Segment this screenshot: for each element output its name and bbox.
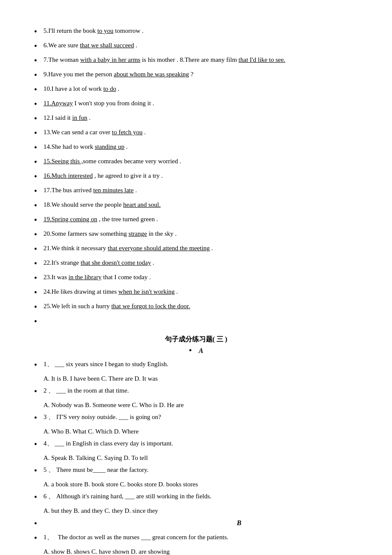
bullet-icon: • (34, 40, 42, 52)
list-item: • 6.We are sure that we shall succeed . (34, 40, 358, 52)
answer-line: A. show B. shows C. have shown D. are sh… (34, 546, 358, 555)
underline-text: about whom he was speaking (114, 71, 189, 78)
underline-text: to you (97, 27, 113, 34)
list-item: • 15.Seeing this ,some comrades became v… (34, 156, 358, 168)
underline-text: 19.Spring coming on (43, 216, 97, 223)
bullet-icon: • (34, 142, 42, 153)
part-a-title: A (199, 347, 203, 355)
list-item: • 1、 ___ six years since I began to stud… (34, 359, 358, 371)
bullet-icon: • (34, 199, 42, 211)
underline-text: strange (129, 230, 147, 237)
list-item: • 17.The bus arrived ten minutes late . (34, 185, 358, 197)
underline-text: to fetch you (112, 129, 143, 136)
list-item: • 12.I said it in fun . (34, 113, 358, 124)
bullet-icon: • (34, 127, 42, 139)
items-list: • 5.I'll return the book to you tomorrow… (34, 26, 358, 327)
underline-text: with a baby in her arms (80, 56, 140, 63)
underline-text: that I'd like to see. (239, 56, 285, 63)
list-item: • 9.Have you met the person about whom h… (34, 69, 358, 81)
underline-text: that everyone should attend the meeting (108, 245, 210, 251)
bullet-icon: • (34, 385, 42, 397)
list-item: • 4、 ___ in English in class every day i… (34, 438, 358, 450)
bullet-icon: • (34, 412, 42, 424)
list-item: • 24.He likes drawing at times when he i… (34, 286, 358, 298)
bullet-icon: • (34, 272, 42, 284)
list-item: • 18.We should serve the people heart an… (34, 199, 358, 211)
list-item: • 25.We left in such a hurry that we for… (34, 301, 358, 313)
list-item: • 13.We can send a car over to fetch you… (34, 127, 358, 139)
bullet-icon: • (34, 465, 42, 477)
list-item-empty: • (34, 315, 358, 327)
underline-text: in fun (72, 114, 87, 121)
list-item: • 1、 The doctor as well as the nurses __… (34, 532, 358, 544)
list-item: • 2 、 ___ in the room at that time. (34, 385, 358, 397)
list-item: • 7.The woman with a baby in her arms is… (34, 55, 358, 66)
main-content: • 5.I'll return the book to you tomorrow… (34, 26, 358, 555)
list-item: • 14.She had to work standing up . (34, 142, 358, 153)
bullet-icon: • (34, 228, 42, 240)
list-item: • 6 、 Although it's raining hard, ___ ar… (34, 491, 358, 503)
list-item: • 11.Anyway I won't stop you from doing … (34, 98, 358, 110)
bullet-icon: • (34, 301, 42, 313)
bullet-icon: • (34, 517, 42, 529)
bullet-icon: • (34, 214, 42, 226)
bullet-icon: • (34, 315, 42, 327)
bullet-icon: • (34, 359, 42, 371)
list-item: • 19.Spring coming on , the tree turned … (34, 214, 358, 226)
bullet-icon: • (34, 185, 42, 197)
bullet-icon: • (34, 532, 42, 544)
bullet-icon: • (34, 491, 42, 503)
answer-line: A. Who B. What C. Which D. Where (34, 426, 358, 436)
underline-text: that she doesn't come today (81, 259, 151, 266)
bullet-icon: • (34, 286, 42, 298)
list-item: • 16.Much interested , he agreed to give… (34, 171, 358, 182)
list-item: • 20.Some farmers saw something strange … (34, 228, 358, 240)
list-item: • 10.I have a lot of work to do . (34, 84, 358, 95)
bullet-center-icon: • (189, 346, 192, 356)
bullet-icon: • (34, 257, 42, 269)
bullet-icon: • (34, 438, 42, 450)
part-a-list: • 1、 ___ six years since I began to stud… (34, 359, 358, 555)
underline-text: standing up (95, 143, 124, 150)
underline-text: 16.Much interested (43, 172, 93, 179)
bullet-icon: • (34, 113, 42, 124)
bullet-icon: • (34, 69, 42, 81)
list-item: • 3 、 IT'S very noisy outside. ___ is go… (34, 412, 358, 424)
answer-line: A. It is B. I have been C. There are D. … (34, 373, 358, 384)
answer-line: A. but they B. and they C. they D. since… (34, 506, 358, 516)
answer-line: A. Speak B. Talking C. Saying D. To tell (34, 453, 358, 463)
answer-line: A. a book store B. book store C. books s… (34, 479, 358, 489)
bullet-icon: • (34, 26, 42, 38)
underline-text: when he isn't working (118, 288, 175, 295)
bullet-icon: • (34, 98, 42, 110)
list-item: • 5.I'll return the book to you tomorrow… (34, 26, 358, 38)
bullet-icon: • (34, 55, 42, 66)
underline-text: heart and soul. (123, 201, 161, 208)
list-item: • 5 、 There must be____ near the factory… (34, 465, 358, 477)
list-item: • 21.We think it necessary that everyone… (34, 243, 358, 255)
underline-text: ten minutes late (93, 187, 134, 194)
section-title: 句子成分练习题( 三 ) (34, 335, 358, 344)
list-item: • 22.It's strange that she doesn't come … (34, 257, 358, 269)
underline-text: 15.Seeing this , (43, 158, 83, 165)
underline-text: 11.Anyway (43, 100, 73, 107)
bullet-icon: • (34, 243, 42, 255)
answer-line: A. Nobody was B. Someone were C. Who is … (34, 400, 358, 410)
bullet-icon: • (34, 171, 42, 182)
underline-text: that we forgot to lock the door. (111, 303, 190, 309)
underline-text: in the library (69, 274, 101, 280)
underline-text: to do (103, 85, 116, 92)
bullet-icon: • (34, 84, 42, 95)
list-item-empty: • B (34, 517, 358, 529)
underline-text: that we shall succeed (80, 42, 134, 49)
bullet-icon: • (34, 156, 42, 168)
list-item: • 23.It was in the library that I come t… (34, 272, 358, 284)
